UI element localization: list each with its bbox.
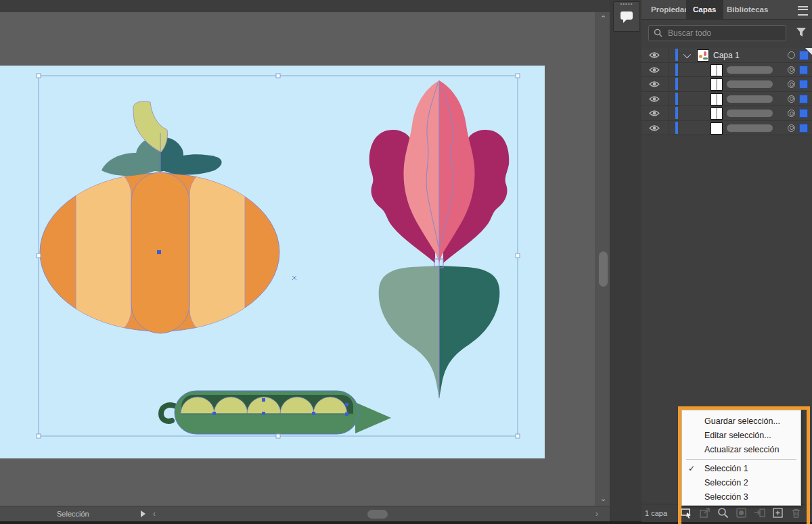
layer-thumbnail[interactable]	[697, 49, 709, 62]
target-circle-icon[interactable]	[788, 110, 795, 117]
layer-selection-bar	[675, 93, 678, 105]
target-circle-icon[interactable]	[788, 66, 795, 74]
menu-item-seleccion-1[interactable]: ✓ Selección 1	[682, 462, 800, 476]
visibility-eye-icon[interactable]	[649, 51, 660, 59]
search-box[interactable]	[648, 25, 786, 41]
path-name-placeholder[interactable]	[727, 66, 773, 74]
layer-selection-bar	[675, 64, 678, 76]
layer-count-label: 1 capa	[645, 509, 667, 517]
path-name-placeholder[interactable]	[727, 80, 773, 88]
layer-name[interactable]: Capa 1	[713, 51, 740, 60]
selection-color-chip[interactable]	[799, 124, 808, 133]
new-layer-icon[interactable]	[772, 507, 784, 519]
layer-selection-bar	[675, 49, 678, 61]
visibility-eye-icon[interactable]	[649, 80, 660, 88]
visibility-eye-icon[interactable]	[649, 110, 660, 117]
scroll-up-icon[interactable]: ⌃	[596, 14, 610, 23]
search-input[interactable]	[667, 27, 783, 39]
menu-item-actualizar[interactable]: Actualizar selección	[682, 443, 800, 457]
chevron-down-icon[interactable]	[683, 51, 691, 58]
layer-selection-bar	[675, 107, 678, 119]
delete-layer-icon[interactable]	[790, 507, 802, 519]
path-thumbnail[interactable]	[710, 122, 723, 135]
new-sublayer-icon[interactable]	[754, 507, 765, 519]
scroll-down-icon[interactable]: ⌄	[596, 494, 610, 503]
comments-panel-button[interactable]: •••••	[613, 1, 640, 32]
layer-row-capa1[interactable]: Capa 1	[641, 48, 812, 63]
sublayer-row[interactable]	[641, 106, 812, 121]
sublayer-row[interactable]	[641, 77, 812, 92]
make-selection-icon[interactable]	[681, 507, 692, 519]
status-menu-arrow-icon[interactable]	[141, 510, 145, 517]
panel-dock: •••••	[610, 0, 642, 521]
horizontal-scroll-thumb[interactable]	[367, 510, 388, 519]
target-circle-icon[interactable]	[788, 124, 795, 132]
panel-menu-icon[interactable]	[798, 6, 808, 16]
make-mask-icon[interactable]	[736, 507, 747, 519]
filter-icon[interactable]	[796, 27, 807, 37]
selection-color-chip[interactable]	[799, 80, 808, 89]
pumpkin-illustration	[40, 101, 296, 337]
status-tool-label: Selección	[57, 510, 89, 518]
vertical-scrollbar[interactable]: ⌃ ⌄	[595, 12, 610, 506]
path-name-placeholder[interactable]	[727, 124, 773, 132]
menu-item-seleccion-3[interactable]: Selección 3	[682, 490, 800, 504]
sublayer-row[interactable]	[641, 121, 812, 136]
hscroll-right-icon[interactable]: ›	[595, 509, 598, 519]
selection-color-chip[interactable]	[799, 95, 808, 103]
target-circle-icon[interactable]	[788, 80, 795, 88]
export-icon[interactable]	[699, 507, 710, 519]
panel-fold-corner	[805, 48, 812, 55]
target-circle-icon[interactable]	[788, 51, 795, 59]
peapod-illustration	[161, 391, 391, 434]
path-thumbnail[interactable]	[710, 78, 723, 91]
status-bar: Selección ‹ ›	[0, 506, 610, 522]
visibility-eye-icon[interactable]	[649, 124, 660, 132]
selection-context-menu: Guardar selección... Editar selección...…	[681, 410, 801, 506]
comment-bubble-icon	[620, 10, 633, 24]
selection-color-chip[interactable]	[799, 109, 808, 118]
column-divider	[669, 48, 669, 62]
canvas-top-strip	[0, 0, 610, 13]
search-icon	[654, 28, 662, 37]
layers-panel-footer: 1 capa	[641, 504, 812, 522]
hscroll-left-icon[interactable]: ‹	[153, 509, 156, 519]
target-circle-icon[interactable]	[788, 95, 795, 103]
path-thumbnail[interactable]	[710, 93, 723, 105]
menu-item-seleccion-2[interactable]: Selección 2	[682, 476, 800, 490]
vertical-scroll-thumb[interactable]	[599, 252, 608, 287]
sublayer-row[interactable]	[641, 63, 812, 78]
artboard[interactable]	[0, 66, 545, 458]
vegetables-artwork[interactable]	[0, 66, 545, 458]
path-name-placeholder[interactable]	[727, 110, 773, 117]
beet-illustration	[369, 80, 510, 398]
visibility-eye-icon[interactable]	[649, 95, 660, 103]
path-thumbnail[interactable]	[710, 64, 723, 76]
selection-color-chip[interactable]	[799, 66, 808, 74]
search-row	[641, 24, 812, 43]
layers-list: Capa 1	[641, 48, 812, 135]
panel-tab-bar: Propiedades Capas Bibliotecas	[641, 0, 812, 20]
tab-bibliotecas[interactable]: Bibliotecas	[720, 0, 775, 19]
sublayer-row[interactable]	[641, 92, 812, 107]
illustrator-window: ⌃ ⌄ Selección ‹ › ••••• Propiedades Capa…	[0, 0, 812, 524]
visibility-eye-icon[interactable]	[649, 66, 660, 74]
menu-item-guardar[interactable]: Guardar selección...	[682, 414, 800, 429]
dock-grip-dots: •••••	[614, 1, 639, 7]
menu-separator	[686, 459, 796, 460]
tab-capas[interactable]: Capas	[686, 0, 723, 19]
layer-selection-bar	[675, 122, 678, 134]
menu-item-editar[interactable]: Editar selección...	[682, 429, 800, 443]
path-thumbnail[interactable]	[710, 108, 723, 120]
path-name-placeholder[interactable]	[727, 95, 773, 103]
layer-selection-bar	[675, 78, 678, 90]
check-icon: ✓	[688, 462, 695, 476]
locate-object-icon[interactable]	[717, 507, 729, 519]
